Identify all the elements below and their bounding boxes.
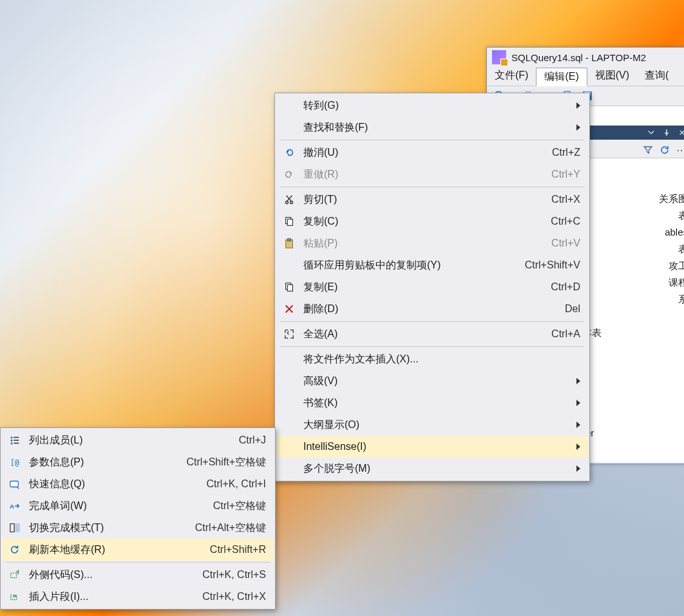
intellisense-item-1[interactable]: [@]参数信息(P)Ctrl+Shift+空格键 xyxy=(2,451,274,473)
menu-item-shortcut: Ctrl+Z xyxy=(552,147,580,158)
intellisense-item-3[interactable]: A完成单词(W)Ctrl+空格键 xyxy=(2,495,274,517)
menu-item-label: 粘贴(P) xyxy=(303,237,546,250)
submenu-arrow-icon xyxy=(576,124,580,131)
menu-item-label: 书签(K) xyxy=(303,397,566,410)
menu-item-shortcut: Del xyxy=(565,303,580,315)
svg-rect-16 xyxy=(11,440,13,442)
edit-menu-item-9[interactable]: 循环应用剪贴板中的复制项(Y)Ctrl+Shift+V xyxy=(276,254,588,276)
svg-rect-22 xyxy=(15,524,19,532)
menu-item-label: 高级(V) xyxy=(303,375,566,388)
svg-rect-19 xyxy=(10,481,19,487)
menu-item-label: 外侧代码(S)... xyxy=(29,568,197,582)
title-bar[interactable]: SQLQuery14.sql - LAPTOP-M2 xyxy=(487,48,684,67)
quick-info-icon xyxy=(6,478,24,490)
edit-menu-item-3[interactable]: 撤消(U)Ctrl+Z xyxy=(276,142,588,163)
menu-item-shortcut: Ctrl+V xyxy=(551,238,580,249)
menu-item-shortcut: Ctrl+K, Ctrl+S xyxy=(202,569,266,581)
svg-rect-17 xyxy=(11,443,13,445)
menu-item-label: 转到(G) xyxy=(303,99,566,113)
menu-item-label: 完成单词(W) xyxy=(29,499,208,513)
window-title: SQLQuery14.sql - LAPTOP-M2 xyxy=(511,52,646,63)
filter-icon[interactable] xyxy=(641,144,654,156)
edit-menu-item-7[interactable]: 复制(C)Ctrl+C xyxy=(276,210,588,232)
redo-icon xyxy=(280,169,298,180)
edit-menu-item-20[interactable]: 多个脱字号(M) xyxy=(276,458,588,480)
snippet-icon xyxy=(6,591,24,602)
edit-menu-item-4: 重做(R)Ctrl+Y xyxy=(276,163,588,185)
menu-item-shortcut: Ctrl+J xyxy=(239,434,266,446)
menubar-item-0[interactable]: 文件(F) xyxy=(487,67,536,86)
intellisense-item-7[interactable]: +外侧代码(S)...Ctrl+K, Ctrl+S xyxy=(2,564,274,586)
list-members-icon xyxy=(6,434,24,446)
menu-item-label: 刷新本地缓存(R) xyxy=(29,543,205,557)
menu-item-label: 参数信息(P) xyxy=(29,456,181,469)
intellisense-item-8[interactable]: 插入片段(I)...Ctrl+K, Ctrl+X xyxy=(2,586,274,608)
menu-separator xyxy=(6,562,270,563)
edit-menu-item-8: 粘贴(P)Ctrl+V xyxy=(276,232,588,254)
svg-rect-15 xyxy=(11,437,13,439)
surround-icon: + xyxy=(6,569,24,581)
menu-item-label: 查找和替换(F) xyxy=(303,121,566,135)
select-all-icon xyxy=(280,328,298,340)
intellisense-item-4[interactable]: 切换完成模式(T)Ctrl+Alt+空格键 xyxy=(2,517,274,539)
menu-item-label: 撤消(U) xyxy=(303,146,547,160)
menubar: 文件(F)编辑(E)视图(V)查询( xyxy=(487,67,684,86)
edit-menu-item-15[interactable]: 将文件作为文本插入(X)... xyxy=(276,348,588,370)
menubar-item-1[interactable]: 编辑(E) xyxy=(536,68,587,86)
paste-icon xyxy=(280,238,298,249)
edit-menu-item-13[interactable]: 全选(A)Ctrl+A xyxy=(276,323,588,345)
menu-item-shortcut: Ctrl+Y xyxy=(551,169,580,180)
menu-item-label: 全选(A) xyxy=(303,328,546,341)
edit-menu-item-11[interactable]: 删除(D)Del xyxy=(276,298,588,320)
menu-item-label: 重做(R) xyxy=(303,168,546,182)
menubar-item-2[interactable]: 视图(V) xyxy=(587,67,637,86)
edit-menu-item-10[interactable]: 复制(E)Ctrl+D xyxy=(276,276,588,298)
menu-item-label: 复制(C) xyxy=(303,215,546,229)
app-icon xyxy=(492,50,506,64)
menu-item-shortcut: Ctrl+空格键 xyxy=(213,499,266,513)
menu-item-shortcut: Ctrl+K, Ctrl+X xyxy=(202,591,266,602)
menu-item-shortcut: Ctrl+Shift+R xyxy=(210,544,266,555)
svg-text:+: + xyxy=(17,569,20,574)
menu-separator xyxy=(280,187,584,187)
menu-item-shortcut: Ctrl+Alt+空格键 xyxy=(195,521,266,535)
chevron-down-icon[interactable] xyxy=(645,127,657,138)
menu-separator xyxy=(280,140,584,140)
intellisense-item-0[interactable]: 列出成员(L)Ctrl+J xyxy=(2,429,274,451)
edit-menu-item-16[interactable]: 高级(V) xyxy=(276,370,588,392)
menu-item-label: 复制(E) xyxy=(303,281,546,294)
undo-icon xyxy=(280,147,298,158)
edit-menu-item-19[interactable]: IntelliSense(I) xyxy=(276,436,588,458)
edit-menu-item-1[interactable]: 查找和替换(F) xyxy=(276,117,588,138)
intellisense-item-5[interactable]: 刷新本地缓存(R)Ctrl+Shift+R xyxy=(2,539,274,561)
close-icon[interactable] xyxy=(676,127,684,138)
edit-menu-popup: 转到(G)查找和替换(F)撤消(U)Ctrl+Z重做(R)Ctrl+Y剪切(T)… xyxy=(274,93,590,481)
edit-menu-item-6[interactable]: 剪切(T)Ctrl+X xyxy=(276,189,588,210)
pin-icon[interactable] xyxy=(661,127,672,138)
svg-rect-10 xyxy=(287,219,292,225)
intellisense-item-2[interactable]: 快速信息(Q)Ctrl+K, Ctrl+I xyxy=(2,473,274,495)
menu-separator xyxy=(280,346,584,347)
delete-icon xyxy=(280,303,298,315)
menu-item-label: 快速信息(Q) xyxy=(29,478,202,491)
param-info-icon: [@] xyxy=(6,456,24,468)
submenu-arrow-icon xyxy=(576,378,580,384)
toggle-completion-icon xyxy=(6,522,24,534)
menu-item-label: 列出成员(L) xyxy=(29,434,234,447)
edit-menu-item-0[interactable]: 转到(G) xyxy=(276,95,588,117)
menu-item-shortcut: Ctrl+D xyxy=(551,281,580,293)
edit-menu-item-17[interactable]: 书签(K) xyxy=(276,392,588,414)
svg-point-8 xyxy=(290,201,293,204)
menu-item-label: 将文件作为文本插入(X)... xyxy=(303,353,580,366)
refresh-icon[interactable] xyxy=(658,144,671,156)
menu-item-shortcut: Ctrl+C xyxy=(551,216,580,227)
menu-item-label: 大纲显示(O) xyxy=(303,418,566,432)
submenu-arrow-icon xyxy=(576,465,580,472)
menu-item-label: 插入片段(I)... xyxy=(29,590,197,604)
submenu-arrow-icon xyxy=(576,422,580,428)
edit-menu-item-18[interactable]: 大纲显示(O) xyxy=(276,414,588,436)
menu-item-shortcut: Ctrl+K, Ctrl+I xyxy=(207,478,266,490)
more-icon[interactable]: ⋯ xyxy=(675,144,684,156)
menubar-item-3[interactable]: 查询( xyxy=(637,67,676,86)
svg-rect-21 xyxy=(10,524,14,532)
